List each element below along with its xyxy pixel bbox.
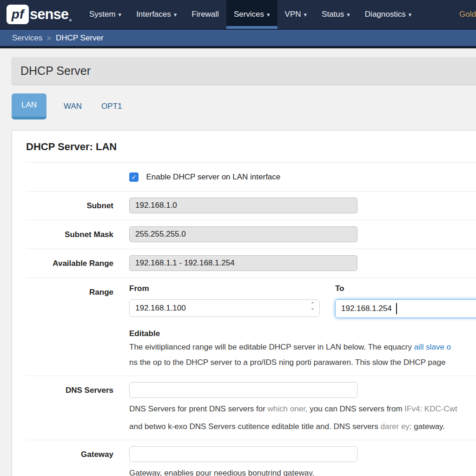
editable-help-title: Editable — [129, 329, 476, 338]
gateway-row: Gateway Gateway, enablies pour needious … — [26, 440, 476, 476]
range-help-line1: The eivitiplianced range will be editabl… — [129, 341, 476, 354]
range-to-header: To — [335, 284, 476, 293]
nav-item-vpn[interactable]: VPN ▾ — [278, 0, 315, 29]
range-to-input[interactable] — [335, 299, 476, 318]
stepper-down-icon[interactable]: ⌄ — [311, 306, 315, 310]
subnet-mask-label: Subnet Mask — [26, 226, 113, 242]
available-range-label: Available Range — [26, 255, 113, 271]
subnet-mask-input — [129, 226, 357, 242]
breadcrumb: Services > DHCP Server — [0, 30, 476, 48]
dns-servers-row: DNS Servers DNS Servers for prent DNS se… — [26, 376, 476, 440]
nav-item-label: Services — [234, 10, 264, 19]
enable-dhcp-row: ✓ Enable DHCP server on LAN interface — [26, 162, 476, 191]
page-title: DHCP Server — [20, 64, 91, 78]
chevron-down-icon: ▾ — [119, 11, 122, 18]
main-menu: System ▾ Interfaces ▾ Firewall Services … — [82, 0, 476, 29]
panel-title: DHCP Server: LAN — [26, 141, 476, 153]
checkmark-icon: ✓ — [131, 173, 137, 181]
range-from-header: From — [129, 284, 320, 293]
chevron-down-icon: ▾ — [304, 11, 307, 18]
help-link[interactable]: aill slave o — [414, 343, 451, 351]
pfsense-logo[interactable]: pf sense — [0, 0, 72, 29]
help-text: and betwo k-exo DNS Servers cutitence ed… — [129, 422, 380, 431]
breadcrumb-current-page: DHCP Server — [56, 33, 104, 43]
enable-dhcp-checkbox[interactable]: ✓ — [129, 172, 139, 182]
range-help-line2: ns the op to the DHCP server to a pro/ID… — [129, 356, 476, 369]
nav-item-label: Firewall — [192, 10, 219, 19]
chevron-down-icon: ▾ — [409, 11, 412, 18]
tab-opt1[interactable]: OPT1 — [101, 102, 122, 111]
pf-logo-icon: pf — [7, 5, 29, 24]
number-stepper-icon[interactable]: ⌃ ⌄ — [311, 302, 315, 310]
dns-help-line2: and betwo k-exo DNS Servers cutitence ed… — [129, 420, 476, 433]
gateway-help: Gateway, enablies pour needious bonutrin… — [129, 467, 476, 476]
dns-help-line1: DNS Servers for prent DNS servers for wh… — [129, 403, 476, 416]
nav-item-interfaces[interactable]: Interfaces ▾ — [129, 0, 184, 29]
nav-item-label: Gold — [459, 10, 476, 19]
nav-item-status[interactable]: Status ▾ — [314, 0, 357, 29]
subnet-mask-row: Subnet Mask — [26, 220, 476, 249]
available-range-input — [129, 255, 357, 271]
nav-item-label: Status — [322, 10, 344, 19]
help-text: darer ey; — [380, 422, 411, 431]
chevron-down-icon: ▾ — [174, 11, 177, 18]
help-text: DNS Servers for prent DNS servers for — [129, 404, 268, 413]
gateway-input[interactable] — [129, 446, 357, 462]
subnet-row: Subnet — [26, 191, 476, 220]
range-row: Range From ⌃ ⌄ To — [26, 278, 476, 376]
help-text: gateway. — [412, 422, 445, 431]
nav-item-firewall[interactable]: Firewall — [184, 0, 226, 29]
gateway-label: Gateway — [26, 446, 113, 476]
enable-dhcp-label: Enable DHCP server on LAN interface — [146, 172, 280, 181]
dns-servers-label: DNS Servers — [26, 382, 113, 433]
nav-item-gold[interactable]: Gold — [452, 0, 476, 29]
help-text: The eivitiplianced range will be editabl… — [129, 343, 414, 351]
text-cursor — [396, 303, 397, 314]
help-text: you can DNS servers from — [308, 404, 405, 413]
subnet-input — [129, 198, 357, 213]
top-navbar: pf sense System ▾ Interfaces ▾ Firewall … — [0, 0, 476, 30]
nav-item-services[interactable]: Services ▾ — [226, 0, 278, 29]
tab-wan[interactable]: WAN — [64, 102, 82, 111]
dns-servers-input[interactable] — [129, 382, 357, 398]
nav-item-label: Diagnostics — [365, 10, 406, 19]
breadcrumb-section[interactable]: Services — [12, 33, 42, 43]
tab-lan[interactable]: LAN — [12, 93, 46, 119]
help-text: IFv4: KDC-Cwt — [404, 404, 457, 413]
chevron-down-icon: ▾ — [347, 11, 350, 18]
dhcp-server-panel: DHCP Server: LAN ✓ Enable DHCP server on… — [12, 130, 476, 476]
brand-text: sense — [30, 6, 68, 23]
range-from-input[interactable] — [129, 299, 320, 317]
subnet-label: Subnet — [26, 198, 113, 213]
chevron-down-icon: ▾ — [267, 11, 270, 18]
nav-item-label: System — [89, 10, 116, 19]
nav-item-label: VPN — [285, 10, 301, 19]
nav-item-diagnostics[interactable]: Diagnostics ▾ — [357, 0, 419, 29]
nav-item-label: Interfaces — [136, 10, 171, 19]
range-label: Range — [26, 284, 113, 369]
registered-mark-dot — [69, 19, 72, 21]
nav-item-system[interactable]: System ▾ — [82, 0, 129, 29]
breadcrumb-separator-icon: > — [47, 34, 51, 42]
row-label — [26, 175, 113, 179]
interface-tabs: LAN WAN OPT1 — [12, 94, 476, 119]
page-content: DHCP Server LAN WAN OPT1 DHCP Server: LA… — [0, 48, 476, 476]
page-title-bar: DHCP Server — [12, 57, 476, 84]
help-text: which oner, — [268, 404, 308, 413]
available-range-row: Available Range — [26, 249, 476, 278]
